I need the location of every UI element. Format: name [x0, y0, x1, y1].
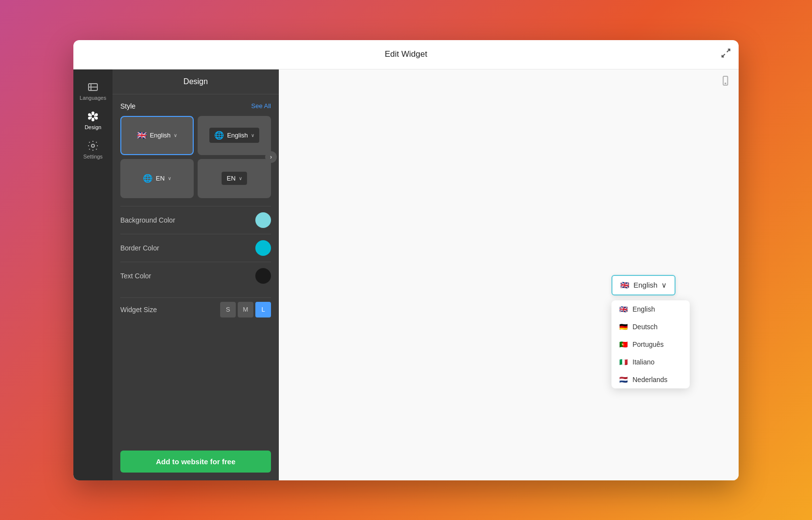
background-color-label: Background Color: [120, 216, 175, 224]
language-widget[interactable]: 🇬🇧 English ∨: [611, 275, 676, 295]
flag-deutsch: 🇩🇪: [619, 323, 628, 331]
modal-body: Languages Design Sett: [73, 69, 739, 480]
sidebar-languages-label: Languages: [80, 95, 106, 101]
svg-point-6: [95, 117, 97, 119]
size-s-button[interactable]: S: [220, 302, 236, 317]
modal-header: Edit Widget: [73, 40, 739, 69]
widget-flag: 🇬🇧: [620, 281, 630, 290]
label-portugues: Português: [632, 340, 664, 348]
chevron-icon-4: ∨: [239, 176, 242, 181]
design-panel: Design Style See All 🇬🇧 English ∨: [113, 69, 279, 480]
preview-area: 🇬🇧 English ∨ 🇬🇧 English 🇩🇪 Deutsch 🇵🇹: [279, 69, 739, 480]
chevron-icon-1: ∨: [174, 133, 177, 138]
widget-size-label: Widget Size: [120, 306, 157, 314]
background-color-swatch[interactable]: [255, 212, 271, 228]
widget-chevron: ∨: [661, 281, 667, 290]
style-grid: 🇬🇧 English ∨ 🌐 English ∨: [120, 116, 271, 198]
language-widget-container: 🇬🇧 English ∨ 🇬🇧 English 🇩🇪 Deutsch 🇵🇹: [611, 275, 676, 295]
widget-size-section: Widget Size S M L: [113, 298, 279, 329]
size-row: Widget Size S M L: [120, 298, 271, 321]
language-dropdown: 🇬🇧 English 🇩🇪 Deutsch 🇵🇹 Português 🇮🇹 It…: [611, 300, 690, 388]
svg-point-9: [89, 113, 90, 115]
flag-english: 🇬🇧: [619, 305, 628, 313]
style-title: Style: [120, 102, 135, 110]
card3-label: EN: [156, 175, 164, 182]
card4-label: EN: [226, 175, 235, 182]
flag-icon-1: 🇬🇧: [137, 131, 147, 140]
color-section: Background Color Border Color Text Color: [113, 206, 279, 297]
text-color-swatch[interactable]: [255, 268, 271, 284]
sidebar-settings-label: Settings: [83, 154, 103, 159]
card1-label: English: [150, 132, 171, 139]
style-card-4[interactable]: EN ∨: [198, 159, 271, 198]
globe-icon-2: 🌐: [214, 131, 224, 140]
border-color-swatch[interactable]: [255, 240, 271, 256]
svg-point-5: [95, 113, 97, 115]
label-english: English: [632, 305, 655, 313]
chevron-icon-2: ∨: [251, 133, 254, 138]
svg-point-3: [91, 114, 95, 118]
device-toggle-button[interactable]: [720, 75, 731, 89]
style-card-2[interactable]: 🌐 English ∨: [198, 116, 271, 155]
style-card-3[interactable]: 🌐 EN ∨: [120, 159, 194, 198]
sidebar-item-languages[interactable]: Languages: [77, 77, 109, 105]
panel-title: Design: [113, 69, 279, 94]
flag-italiano: 🇮🇹: [619, 358, 628, 366]
see-all-button[interactable]: See All: [251, 102, 271, 110]
sidebar-design-label: Design: [85, 124, 101, 130]
lang-option-portugues[interactable]: 🇵🇹 Português: [611, 336, 690, 353]
label-nederlands: Nederlands: [632, 376, 668, 384]
card2-label: English: [227, 132, 248, 139]
lang-option-italiano[interactable]: 🇮🇹 Italiano: [611, 353, 690, 371]
border-color-row: Border Color: [120, 234, 271, 262]
lang-option-deutsch[interactable]: 🇩🇪 Deutsch: [611, 318, 690, 336]
flag-nederlands: 🇳🇱: [619, 376, 628, 384]
label-italiano: Italiano: [632, 358, 654, 366]
widget-text: English: [633, 281, 657, 289]
chevron-icon-3: ∨: [168, 176, 171, 181]
size-m-button[interactable]: M: [238, 302, 253, 317]
style-card-1[interactable]: 🇬🇧 English ∨: [120, 116, 194, 155]
sidebar-item-design[interactable]: Design: [77, 107, 109, 134]
text-color-row: Text Color: [120, 262, 271, 290]
lang-option-english[interactable]: 🇬🇧 English: [611, 300, 690, 318]
style-section: Style See All 🇬🇧 English ∨: [113, 94, 279, 206]
lang-option-nederlands[interactable]: 🇳🇱 Nederlands: [611, 371, 690, 388]
svg-point-12: [725, 83, 726, 84]
svg-point-8: [89, 117, 90, 119]
add-button-container: Add to website for free: [113, 443, 279, 480]
add-to-website-button[interactable]: Add to website for free: [120, 451, 271, 473]
globe-icon-3: 🌐: [143, 174, 153, 183]
expand-button[interactable]: [721, 48, 731, 61]
border-color-label: Border Color: [120, 244, 159, 252]
svg-point-10: [91, 144, 94, 147]
text-color-label: Text Color: [120, 272, 151, 280]
modal-title: Edit Widget: [385, 49, 428, 59]
icon-sidebar: Languages Design Sett: [73, 69, 113, 480]
flag-portugues: 🇵🇹: [619, 340, 628, 348]
style-section-header: Style See All: [120, 102, 271, 110]
svg-point-4: [92, 112, 94, 114]
next-arrow[interactable]: ›: [265, 151, 277, 163]
background-color-row: Background Color: [120, 206, 271, 234]
size-l-button[interactable]: L: [255, 302, 271, 317]
edit-widget-modal: Edit Widget Languages: [73, 40, 739, 480]
label-deutsch: Deutsch: [632, 323, 657, 331]
sidebar-item-settings[interactable]: Settings: [77, 136, 109, 163]
size-buttons-group: S M L: [220, 302, 271, 317]
svg-point-7: [92, 119, 94, 121]
